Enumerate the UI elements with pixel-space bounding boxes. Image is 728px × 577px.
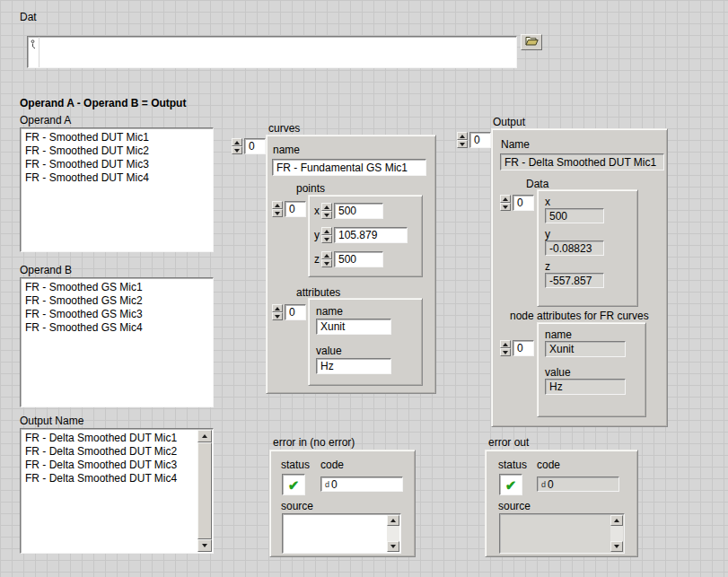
increment-button[interactable] [500, 340, 511, 348]
list-item[interactable]: FR - Smoothed DUT Mic1 [21, 131, 213, 144]
scrollbar-track[interactable] [610, 526, 623, 541]
data-z-value: -557.857 [545, 273, 604, 288]
increment-button[interactable] [272, 304, 283, 312]
path-type-icon [28, 37, 39, 67]
up-arrow-icon [324, 230, 329, 233]
list-item[interactable]: FR - Smoothed DUT Mic4 [21, 171, 213, 185]
down-arrow-icon [503, 351, 508, 354]
error-in-source-label: source [281, 500, 313, 512]
attribute-value-field[interactable]: Hz [316, 358, 391, 374]
increment-button[interactable] [321, 251, 332, 259]
data-cluster-label: Data [526, 178, 548, 190]
point-z-value[interactable]: 500 [334, 251, 383, 267]
browse-button[interactable] [521, 34, 542, 50]
attribute-name-field[interactable]: Xunit [316, 319, 391, 335]
point-x-spinner[interactable] [321, 203, 332, 219]
point-z: z 500 [314, 251, 383, 267]
data-index-spinner[interactable]: 0 [500, 195, 534, 211]
curve-name-label: name [273, 144, 300, 156]
scroll-down-button[interactable] [610, 541, 623, 552]
down-arrow-icon [460, 143, 465, 146]
error-out-source-field [499, 513, 625, 554]
node-attributes-index-value[interactable]: 0 [513, 340, 534, 356]
scroll-down-button[interactable] [387, 541, 399, 552]
decrement-button[interactable] [500, 203, 511, 211]
scrollbar-thumb[interactable] [197, 442, 212, 539]
point-x-label: x [314, 205, 320, 217]
list-item[interactable]: FR - Delta Smoothed DUT Mic2 [21, 445, 197, 459]
increment-button[interactable] [457, 132, 468, 140]
increment-button[interactable] [321, 227, 332, 235]
point-z-spinner[interactable] [321, 251, 332, 267]
points-index-spinner[interactable]: 0 [272, 201, 306, 217]
up-arrow-icon [202, 434, 207, 438]
curves-index-value[interactable]: 0 [244, 138, 266, 154]
error-in-source-field[interactable] [282, 513, 401, 554]
attributes-index-value[interactable]: 0 [285, 304, 306, 320]
increment-button[interactable] [232, 138, 242, 146]
path-value[interactable] [39, 37, 47, 67]
decrement-button[interactable] [272, 209, 283, 217]
up-arrow-icon [324, 254, 329, 258]
list-item[interactable]: FR - Smoothed DUT Mic3 [21, 158, 213, 171]
data-index-value[interactable]: 0 [513, 195, 534, 211]
down-arrow-icon [275, 212, 280, 215]
attribute-name-label: name [316, 305, 343, 318]
curves-cluster: name FR - Fundamental GS Mic1 points 0 x… [266, 135, 436, 394]
increment-button[interactable] [321, 203, 332, 211]
decrement-button[interactable] [232, 146, 242, 154]
scrollbar-track[interactable] [387, 526, 399, 541]
error-in-code-field[interactable]: d 0 [320, 476, 403, 492]
vertical-scrollbar[interactable] [197, 430, 212, 552]
error-out-status-label: status [498, 459, 527, 471]
vertical-scrollbar[interactable] [387, 515, 399, 552]
decrement-button[interactable] [321, 259, 332, 267]
points-cluster-label: points [296, 182, 325, 195]
down-arrow-icon [324, 262, 329, 266]
error-out-code-field: d 0 [537, 476, 619, 492]
decrement-button[interactable] [272, 312, 283, 320]
output-index-spinner[interactable]: 0 [457, 132, 491, 148]
error-in-status-indicator[interactable]: ✔ [282, 474, 305, 495]
point-x-value[interactable]: 500 [334, 203, 383, 219]
attributes-index-spinner[interactable]: 0 [272, 304, 306, 320]
curve-name-field[interactable]: FR - Fundamental GS Mic1 [272, 159, 426, 176]
points-index-value[interactable]: 0 [285, 201, 306, 217]
increment-button[interactable] [500, 195, 511, 203]
list-item[interactable]: FR - Smoothed DUT Mic2 [21, 144, 213, 158]
error-in-code-value[interactable]: 0 [331, 478, 338, 491]
decrement-button[interactable] [500, 348, 511, 356]
output-name-listbox[interactable]: FR - Delta Smoothed DUT Mic1 FR - Delta … [20, 428, 214, 554]
scroll-up-button[interactable] [387, 515, 399, 526]
vertical-scrollbar[interactable] [610, 515, 623, 552]
operand-b-listbox[interactable]: FR - Smoothed GS Mic1 FR - Smoothed GS M… [20, 277, 214, 407]
list-item[interactable]: FR - Smoothed GS Mic4 [21, 321, 213, 335]
output-index-value[interactable]: 0 [469, 132, 491, 148]
radix-indicator: d [325, 480, 329, 489]
list-item[interactable]: FR - Smoothed GS Mic2 [21, 294, 213, 308]
decrement-button[interactable] [457, 140, 468, 148]
up-arrow-icon [460, 135, 465, 138]
point-x: x 500 [314, 203, 383, 219]
operand-a-listbox[interactable]: FR - Smoothed DUT Mic1 FR - Smoothed DUT… [20, 127, 214, 252]
point-y-spinner[interactable] [321, 227, 332, 243]
decrement-button[interactable] [321, 235, 332, 243]
list-item[interactable]: FR - Smoothed GS Mic3 [21, 308, 213, 321]
list-item[interactable]: FR - Delta Smoothed DUT Mic1 [21, 432, 197, 445]
increment-button[interactable] [272, 201, 283, 209]
list-item[interactable]: FR - Delta Smoothed DUT Mic3 [21, 459, 197, 472]
list-item[interactable]: FR - Delta Smoothed DUT Mic4 [21, 472, 197, 485]
scroll-up-button[interactable] [197, 430, 212, 442]
up-arrow-icon [614, 519, 619, 522]
decrement-button[interactable] [321, 211, 332, 219]
data-y-value: -0.08823 [545, 240, 604, 256]
scroll-down-button[interactable] [197, 539, 212, 552]
curves-index-spinner[interactable]: 0 [232, 138, 266, 154]
data-path-input[interactable] [27, 36, 517, 68]
point-y-value[interactable]: 105.879 [334, 227, 408, 243]
node-attributes-index-spinner[interactable]: 0 [500, 340, 534, 356]
attribute-value-label: value [316, 345, 342, 357]
list-item[interactable]: FR - Smoothed GS Mic1 [21, 281, 213, 294]
data-x-label: x [545, 196, 550, 208]
scroll-up-button[interactable] [610, 515, 623, 526]
